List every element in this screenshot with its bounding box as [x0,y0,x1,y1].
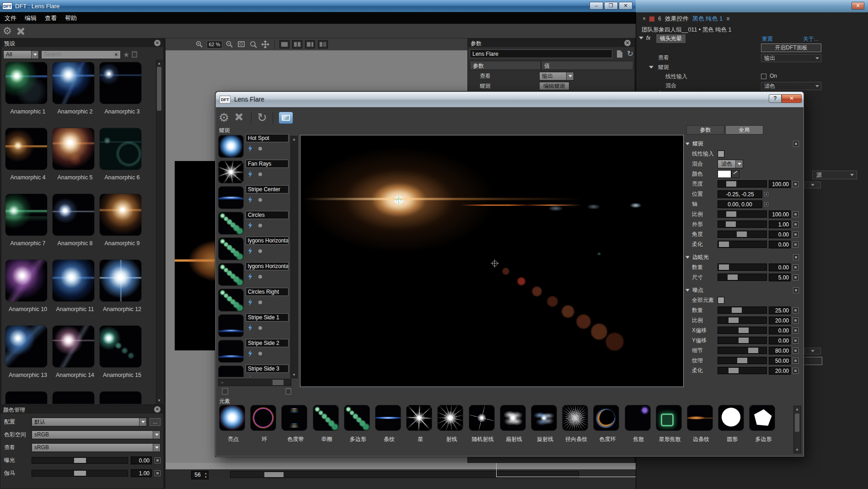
param-reset-icon[interactable] [793,317,798,323]
preset-thumbnail[interactable] [99,391,142,404]
menu-item-4[interactable]: 帮助 [65,14,77,22]
param-slider-thumb[interactable] [726,221,736,227]
frame-number-value[interactable]: 56 [192,471,204,479]
param-reset-icon[interactable] [793,338,798,344]
color-setting-dropdown[interactable]: 默认 [32,418,147,426]
mini-dropdown[interactable] [804,348,821,355]
element-thumbnail[interactable] [593,405,619,431]
panel-close-icon[interactable]: × [643,16,646,22]
view-dropdown[interactable]: 输出 [761,54,821,62]
settings-gear-icon[interactable]: ⚙ [219,112,229,124]
reset-icon[interactable] [155,457,161,463]
color-panel-close-icon[interactable]: × [154,406,161,413]
element-item[interactable]: 色度带 [281,405,310,443]
collapse-triangle-icon[interactable] [639,37,643,39]
element-thumbnail[interactable] [625,405,651,431]
dialog-close-button[interactable]: ✕ [782,94,802,103]
flare-element-thumbnail[interactable] [218,186,244,209]
param-slider-thumb[interactable] [719,242,729,247]
preset-thumbnail[interactable] [99,325,142,368]
flare-preview-canvas[interactable] [300,135,684,387]
param-slider[interactable] [718,306,767,314]
element-item[interactable]: 边条纹 [687,405,715,443]
collapse-triangle-icon[interactable] [649,66,654,69]
element-thumbnail[interactable] [531,405,557,431]
tab-parameters[interactable]: 参数 [686,125,724,134]
chevron-down-icon[interactable] [814,54,821,62]
element-thumbnail[interactable] [687,405,713,431]
enabled-lightning-icon[interactable] [247,376,253,377]
param-slider[interactable] [718,263,767,271]
element-item[interactable]: 条纹 [375,405,403,443]
flare-element-thumbnail[interactable] [218,212,244,235]
param-slider-thumb[interactable] [739,328,749,333]
param-reset-icon[interactable] [793,348,798,354]
preset[interactable]: Anamorphic 9 [99,193,146,259]
element-thumbnail[interactable] [656,405,682,431]
element-thumbnail[interactable] [313,405,339,431]
color-setting-value[interactable]: 0.00 [131,457,152,464]
tab-effect-controls[interactable]: 效果控件 [665,15,689,23]
element-thumbnail[interactable] [562,405,588,431]
zoom-level-field[interactable] [207,41,222,48]
hscrollbar-thumb[interactable] [273,380,284,385]
param-slider-thumb[interactable] [732,307,742,313]
preset-thumbnail[interactable] [5,391,48,404]
element-item[interactable]: 圆形 [718,405,746,443]
param-checkbox[interactable] [718,297,724,304]
element-thumbnail[interactable] [250,405,276,431]
preset[interactable]: Anamorphic 11 [52,259,99,325]
element-item[interactable]: 星 [406,405,434,443]
chevron-down-icon[interactable] [139,418,146,426]
reset-link[interactable]: 重置 [762,35,773,43]
effect-name[interactable]: 镜头光晕 [656,34,686,43]
preset-thumbnail[interactable] [5,193,48,236]
color-setting-dropdown[interactable]: sRGB [32,443,161,452]
effect-name-field[interactable] [470,49,612,58]
chevron-down-icon[interactable] [814,82,821,90]
enabled-lightning-icon[interactable] [247,222,253,229]
element-item[interactable]: 旋射线 [531,405,559,443]
param-slider-thumb[interactable] [729,368,739,373]
param-value[interactable]: 0.00 [769,337,791,344]
param-reset-icon[interactable] [764,192,768,196]
chevron-down-icon[interactable] [153,431,160,439]
element-item[interactable]: 径向条纹 [562,405,590,443]
view-layout-single-button[interactable] [279,40,289,48]
menu-item-2[interactable]: 编辑 [25,14,37,22]
preset[interactable]: Anamorphic 6 [99,128,146,193]
element-item[interactable]: 多边形 [344,405,372,443]
enabled-lightning-icon[interactable] [247,299,253,306]
enabled-lightning-icon[interactable] [247,273,253,280]
flare-element-item[interactable]: Hot Spot [218,134,290,160]
element-item[interactable]: 色度环 [593,405,622,443]
about-link[interactable]: 关于... [803,35,819,43]
flare-list-hscrollbar[interactable]: ‹ › [218,379,291,386]
enabled-lightning-icon[interactable] [247,247,253,254]
section-collapse-chevron[interactable]: ▼ [684,141,691,146]
param-reset-icon[interactable] [793,221,798,227]
close-button[interactable]: ✕ [619,2,632,10]
param-value[interactable]: 100.00 [769,180,791,188]
elements-scrollbar[interactable]: ▲ ▼ [793,406,801,453]
preset-thumbnail[interactable] [5,259,48,302]
flare-element-item[interactable]: Circles Right [218,288,290,313]
flare-element-item[interactable]: Fan Rays [218,160,290,185]
section-collapse-chevron[interactable]: ▼ [684,255,691,259]
edit-flare-button[interactable]: 编辑耀斑 [539,82,569,90]
param-reset-icon[interactable] [793,328,798,333]
view-layout-split-button[interactable] [292,40,302,48]
param-value[interactable]: 0.00 [769,327,791,334]
preset-thumbnail[interactable] [52,62,95,104]
preset[interactable] [5,391,52,404]
maximize-button[interactable]: ❒ [604,2,618,10]
enabled-lightning-icon[interactable] [247,196,253,203]
param-reset-icon[interactable] [793,264,798,270]
param-slider-thumb[interactable] [726,211,736,217]
param-value[interactable]: 20.00 [769,367,791,375]
enabled-lightning-icon[interactable] [247,324,253,331]
flare-element-item[interactable]: Stripe Side 1 [218,313,290,339]
dialog-help-button[interactable]: ? [769,94,782,103]
mini-field[interactable] [802,357,822,365]
element-item[interactable]: 星形焦散 [656,405,684,443]
